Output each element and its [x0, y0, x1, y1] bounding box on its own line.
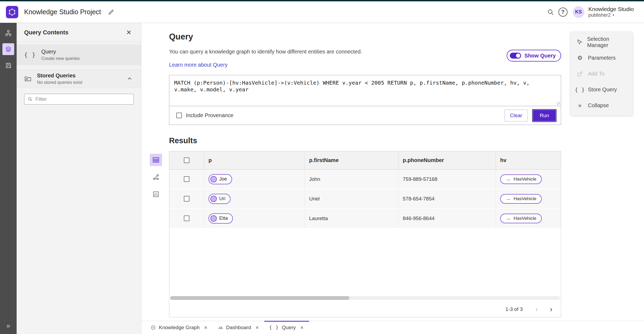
bottom-tab-bar: Knowledge Graph ✕ Dashboard ✕ { } Query [141, 321, 644, 334]
hexagon-network-icon [8, 8, 16, 16]
table-empty-area [169, 228, 561, 296]
previous-page-button[interactable]: ‹ [532, 304, 541, 314]
chevron-up-icon [127, 76, 132, 81]
account-info[interactable]: Knowledge Studio publisher2 ▾ [588, 6, 634, 18]
stored-queries-filter [24, 94, 134, 105]
include-provenance-checkbox[interactable] [176, 113, 182, 118]
double-chevron-right-icon: » [6, 322, 10, 330]
rail-contents-button[interactable] [2, 43, 14, 55]
table-pagination: 1-3 of 3 ‹ › [169, 301, 561, 317]
parameters-button[interactable]: ⚙ Parameters [571, 50, 632, 66]
query-textarea[interactable]: MATCH (p:Person)-[hv:HasVehicle]->(v:Veh… [169, 75, 561, 106]
folder-icon [24, 75, 32, 82]
close-panel-button[interactable]: ✕ [124, 28, 134, 37]
entity-label: Uri [219, 196, 225, 202]
table-row: Etta Lauretta 846-956-8644 → HasVehicle [169, 209, 561, 228]
search-icon [28, 97, 32, 102]
expand-rail-button[interactable]: » [4, 321, 13, 330]
close-icon: ✕ [126, 29, 131, 36]
help-button[interactable]: ? [557, 6, 569, 18]
include-provenance-label: Include Provenance [186, 112, 233, 118]
entity-pill[interactable]: Uri [208, 194, 230, 204]
app-header: Knowledge Studio Project ? KS Knowledge … [0, 1, 644, 23]
relationship-pill[interactable]: → HasVehicle [500, 214, 542, 223]
relationship-pill[interactable]: → HasVehicle [500, 174, 542, 184]
select-all-checkbox[interactable] [184, 157, 189, 163]
entity-dot-icon [210, 176, 217, 182]
close-tab-button[interactable]: ✕ [203, 325, 208, 331]
entity-pill[interactable]: Etta [208, 213, 233, 224]
query-list-item[interactable]: { } Query Create new queries [17, 44, 141, 65]
horizontal-scrollbar[interactable] [170, 296, 560, 300]
tab-label: Query [282, 325, 296, 331]
close-tab-button[interactable]: ✕ [299, 325, 304, 331]
project-title: Knowledge Studio Project [24, 8, 101, 16]
column-header-hv[interactable]: hv [496, 151, 561, 169]
table-row: Joe John 759-889-57168 → HasVehicle [169, 170, 561, 189]
close-tab-button[interactable]: ✕ [255, 325, 259, 331]
run-button[interactable]: Run [532, 109, 557, 122]
tab-query[interactable]: { } Query ✕ [264, 321, 309, 334]
entity-label: Joe [219, 176, 227, 182]
row-checkbox[interactable] [184, 196, 189, 202]
chart-view-button[interactable] [150, 188, 162, 200]
clear-button[interactable]: Clear [504, 110, 528, 121]
entity-dot-icon [210, 196, 217, 202]
rail-save-button[interactable] [2, 59, 14, 71]
avatar[interactable]: KS [573, 6, 584, 18]
column-header-firstname[interactable]: p.firstName [305, 151, 398, 169]
query-contents-panel: Query Contents ✕ { } Query Create new qu… [17, 23, 141, 334]
store-query-button[interactable]: { } Store Query [571, 82, 632, 98]
search-button[interactable] [544, 6, 557, 18]
parameters-label: Parameters [588, 55, 616, 61]
selection-manager-icon [576, 39, 583, 45]
show-query-label: Show Query [524, 53, 556, 59]
question-mark-icon: ? [558, 8, 568, 17]
table-header-row: p p.firstName p.phoneNumber hv [169, 151, 561, 170]
collapse-section-button[interactable] [126, 75, 134, 83]
braces-icon: { } [269, 325, 279, 330]
learn-more-link[interactable]: Learn more about Query [169, 62, 228, 68]
rail-data-model-button[interactable] [2, 27, 14, 39]
cell-phone-number: 759-889-57168 [398, 170, 496, 189]
arrow-right-icon: → [506, 196, 511, 202]
cell-first-name: Uriel [305, 189, 398, 208]
row-checkbox[interactable] [184, 216, 189, 221]
results-view-toolbar [150, 154, 162, 200]
tab-knowledge-graph[interactable]: Knowledge Graph ✕ [146, 321, 213, 334]
query-editor: MATCH (p:Person)-[hv:HasVehicle]->(v:Veh… [169, 75, 561, 125]
close-icon: ✕ [204, 325, 207, 330]
pencil-icon [108, 9, 114, 15]
add-to-label: Add To [588, 71, 605, 77]
gear-icon: ⚙ [576, 55, 584, 62]
entity-pill[interactable]: Joe [208, 174, 232, 184]
collapse-panel-button[interactable]: » Collapse [571, 98, 632, 113]
column-header-phonenumber[interactable]: p.phoneNumber [398, 151, 496, 169]
include-provenance-option: Include Provenance [176, 112, 233, 118]
filter-input[interactable] [35, 96, 130, 102]
stored-queries-section[interactable]: Stored Queries No stored queries exist [17, 70, 141, 88]
relationship-pill[interactable]: → HasVehicle [500, 194, 542, 204]
column-header-p[interactable]: p [204, 151, 305, 169]
add-to-button[interactable]: Add To [571, 66, 632, 82]
edit-title-button[interactable] [106, 7, 116, 17]
double-chevron-right-icon: » [576, 102, 584, 109]
entity-dot-icon [210, 215, 217, 222]
selection-manager-button[interactable]: Selection Manager [571, 34, 632, 50]
layers-icon [5, 46, 12, 53]
row-checkbox[interactable] [184, 176, 189, 182]
show-query-toggle[interactable]: Show Query [507, 50, 561, 62]
table-view-button[interactable] [150, 154, 162, 166]
cell-phone-number: 846-956-8644 [398, 209, 496, 228]
scrollbar-thumb[interactable] [170, 296, 349, 300]
tab-dashboard[interactable]: Dashboard ✕ [213, 321, 264, 334]
toggle-on-icon [510, 53, 521, 59]
cell-first-name: John [305, 170, 398, 189]
chevron-down-icon: ▾ [613, 13, 614, 17]
arrow-right-icon: → [506, 216, 511, 221]
tab-label: Dashboard [226, 325, 251, 331]
results-title: Results [169, 136, 644, 145]
next-page-button[interactable]: › [546, 304, 556, 314]
link-chart-view-button[interactable] [150, 171, 162, 183]
app-logo[interactable] [6, 6, 18, 18]
